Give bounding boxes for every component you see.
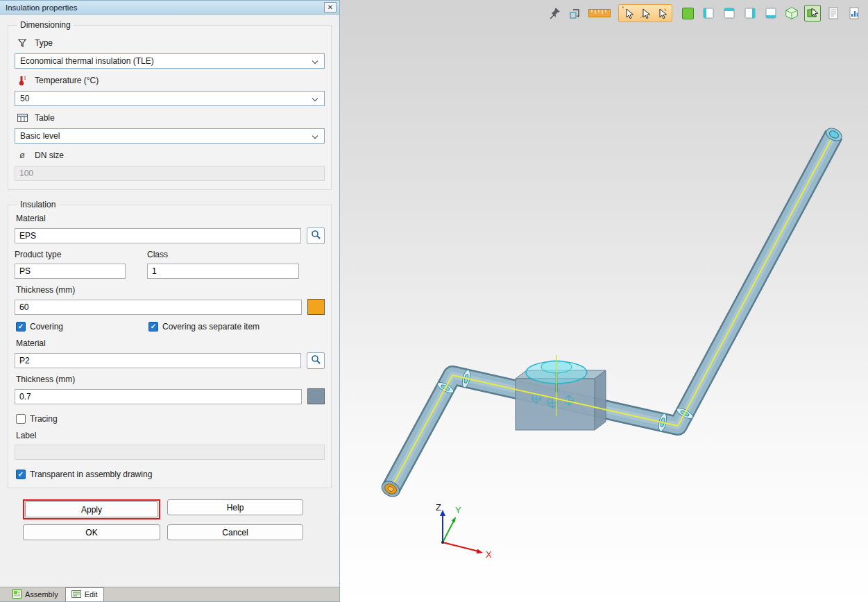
type-label: Type — [35, 38, 53, 48]
filter-type-icon — [17, 38, 28, 48]
snap-point-icon: ° — [622, 6, 624, 12]
material-input[interactable] — [15, 228, 301, 243]
bottom-tabbar: Assembly Edit — [0, 587, 339, 601]
insulation-legend: Insulation — [17, 200, 58, 209]
axis-z-label: Z — [436, 502, 441, 513]
search-icon — [311, 230, 321, 242]
temperature-select-value: 50 — [20, 94, 29, 103]
dialog-titlebar[interactable]: Insulation properties ✕ — [0, 1, 339, 15]
covering-checkbox[interactable]: ✓ Covering — [16, 322, 148, 332]
pan-rotate-icon[interactable] — [567, 5, 584, 22]
tracing-checkbox[interactable]: ✓ Tracing — [16, 414, 58, 424]
covering-label: Covering — [30, 322, 63, 332]
dialog-buttons: Apply Help OK Cancel — [8, 498, 332, 540]
dialog-title: Insulation properties — [6, 3, 324, 12]
chevron-down-icon — [312, 58, 318, 64]
type-select-value: Economical thermal insulation (TLE) — [20, 56, 154, 66]
table-select-value: Basic level — [20, 131, 60, 141]
view-plane-top-icon[interactable] — [721, 5, 738, 22]
thickness-label: Thickness (mm) — [16, 285, 323, 295]
insulation-group: Insulation Material Product type Class — [8, 200, 332, 488]
covering-separate-label: Covering as separate item — [162, 322, 259, 332]
transparent-checkbox[interactable]: ✓ Transparent in assembly drawing — [16, 470, 152, 479]
chevron-down-icon — [312, 96, 318, 101]
diameter-icon: ø — [17, 150, 28, 160]
apply-button[interactable]: Apply — [25, 501, 158, 517]
dn-size-label: DN size — [35, 150, 64, 160]
report-icon[interactable] — [825, 5, 842, 22]
thickness-input[interactable] — [15, 300, 302, 315]
close-button[interactable]: ✕ — [324, 2, 337, 12]
checkbox-icon: ✓ — [148, 322, 158, 332]
class-input[interactable] — [147, 264, 299, 279]
chevron-down-icon — [312, 133, 318, 139]
close-icon: ✕ — [327, 3, 333, 11]
covering-color-swatch[interactable] — [307, 388, 325, 404]
dimensioning-group: Dimensioning Type Economical thermal ins… — [8, 20, 332, 190]
pipe-model: Z Y X — [340, 0, 868, 602]
view-3d-box-icon[interactable] — [783, 5, 800, 22]
table-label: Table — [35, 113, 55, 123]
tab-edit-label: Edit — [85, 590, 98, 599]
model-viewport[interactable]: ° — [340, 0, 868, 602]
material-search-button[interactable] — [307, 227, 325, 244]
drag-edit-icon[interactable] — [654, 5, 670, 22]
covering-thickness-input[interactable] — [15, 389, 302, 404]
table-icon — [17, 114, 28, 122]
label-input — [15, 445, 325, 460]
axis-y-label: Y — [455, 505, 461, 515]
help-button[interactable]: Help — [167, 499, 303, 515]
view-plane-side-icon[interactable] — [742, 5, 758, 22]
transparent-label: Transparent in assembly drawing — [30, 470, 152, 479]
green-view-icon — [682, 8, 694, 19]
pipe-centerline — [392, 137, 833, 486]
pin-icon[interactable] — [546, 5, 563, 22]
pipe-sheen — [391, 135, 834, 489]
view-plane-front-icon[interactable] — [700, 5, 717, 22]
tab-edit[interactable]: Edit — [65, 587, 104, 601]
ok-button[interactable]: OK — [23, 524, 160, 540]
covering-material-input[interactable] — [15, 353, 301, 368]
temperature-label: Temperature (°C) — [35, 76, 99, 85]
temperature-select[interactable]: 50 — [15, 91, 325, 106]
label-label: Label — [16, 431, 323, 440]
select-cursor-icon[interactable] — [637, 5, 654, 22]
dn-size-input — [15, 166, 325, 181]
coordinate-axes: Z Y X — [436, 502, 492, 560]
tracing-label: Tracing — [30, 414, 58, 424]
class-label: Class — [147, 250, 299, 259]
temperature-icon — [17, 75, 28, 86]
table-select[interactable]: Basic level — [15, 128, 325, 144]
search-icon — [311, 354, 321, 367]
covering-separate-checkbox[interactable]: ✓ Covering as separate item — [148, 322, 259, 332]
covering-thickness-label: Thickness (mm) — [16, 375, 323, 384]
edit-icon — [71, 590, 81, 599]
application-window: Insulation properties ✕ Dimensioning Typ… — [0, 0, 868, 602]
smart-select-icon[interactable]: ° — [620, 5, 637, 22]
checkbox-icon: ✓ — [16, 414, 26, 424]
material-label: Material — [16, 214, 323, 223]
covering-material-label: Material — [16, 338, 323, 348]
pipe-outline — [391, 135, 834, 489]
insulation-properties-dialog: Insulation properties ✕ Dimensioning Typ… — [0, 0, 340, 602]
pipe-body — [391, 135, 834, 489]
measure-icon[interactable] — [588, 5, 611, 22]
view-toolbar: ° — [546, 4, 862, 22]
apply-highlight-box: Apply — [23, 499, 160, 519]
insulation-color-swatch[interactable] — [307, 299, 325, 315]
covering-material-search-button[interactable] — [307, 352, 325, 369]
dialog-body: Dimensioning Type Economical thermal ins… — [0, 15, 339, 587]
product-type-label: Product type — [15, 250, 126, 259]
axis-x-label: X — [486, 549, 492, 560]
type-select[interactable]: Economical thermal insulation (TLE) — [15, 53, 325, 69]
select-assembly-icon[interactable] — [804, 5, 821, 22]
tab-assembly[interactable]: Assembly — [7, 588, 64, 601]
selection-mode-group: ° — [618, 4, 672, 22]
product-type-input[interactable] — [15, 264, 126, 279]
assembly-icon — [12, 590, 22, 600]
create-view-icon[interactable] — [679, 5, 696, 22]
checkbox-icon: ✓ — [16, 470, 26, 479]
organizer-icon[interactable] — [846, 5, 862, 22]
cancel-button[interactable]: Cancel — [167, 524, 303, 540]
view-plane-back-icon[interactable] — [763, 5, 779, 22]
